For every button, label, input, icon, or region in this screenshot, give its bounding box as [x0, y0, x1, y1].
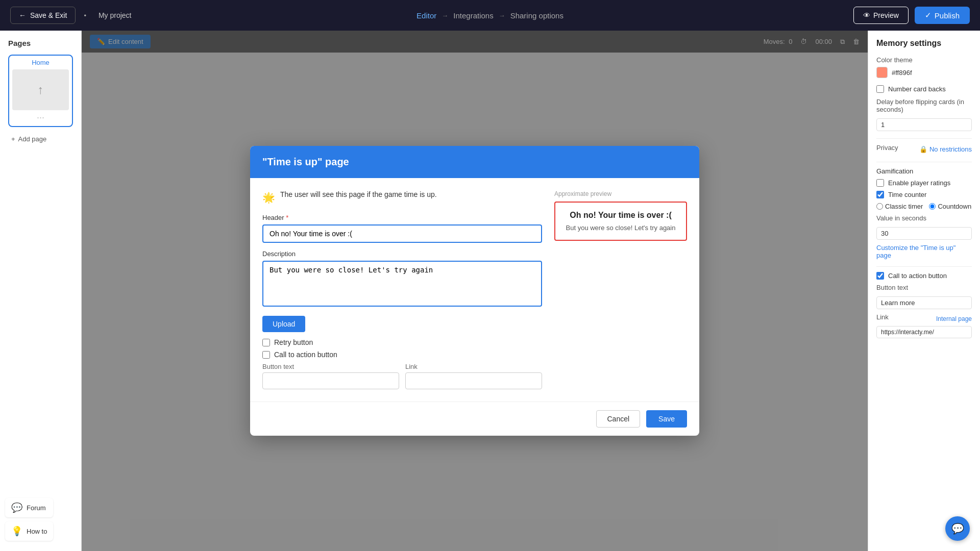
modal-left: 🌟 The user will see this page if the gam…: [262, 190, 542, 389]
link-field: Link: [405, 363, 542, 389]
call-to-action-checkbox[interactable]: [262, 351, 270, 359]
gamification-label: Gamification: [876, 167, 972, 175]
sidebar-item-forum[interactable]: 💬 Forum: [5, 498, 53, 517]
eye-icon: 👁: [863, 11, 870, 19]
preview-box: Oh no! Your time is over :( But you were…: [554, 202, 687, 241]
retry-button-checkbox[interactable]: [262, 339, 270, 346]
chat-icon: 💬: [951, 522, 964, 535]
internal-page-link[interactable]: Internal page: [936, 315, 972, 322]
time-counter-checkbox[interactable]: [876, 191, 884, 198]
modal-title: "Time is up" page: [262, 156, 349, 168]
countdown-label: Countdown: [929, 203, 971, 210]
delay-group: Delay before flipping cards (in seconds): [876, 98, 972, 131]
modal-right: Approximate preview Oh no! Your time is …: [554, 190, 687, 389]
divider-3: [876, 266, 972, 267]
right-sidebar: Memory settings Color theme #ff896f Numb…: [868, 31, 980, 551]
nav-right: 👁 Preview ✓ Publish: [853, 7, 970, 24]
button-text-field: Button text: [262, 363, 399, 389]
modal-header: "Time is up" page: [250, 146, 699, 178]
enable-ratings-row: Enable player ratings: [876, 179, 972, 187]
breadcrumb-sharing[interactable]: Sharing options: [510, 11, 564, 20]
header-input[interactable]: [262, 224, 542, 243]
color-theme-group: Color theme #ff896f: [876, 56, 972, 78]
publish-button[interactable]: ✓ Publish: [915, 7, 970, 24]
save-exit-button[interactable]: ← Save & Exit: [10, 7, 76, 24]
breadcrumb-editor[interactable]: Editor: [416, 11, 436, 20]
value-in-seconds-label: Value in seconds: [876, 214, 972, 222]
preview-label: Approximate preview: [554, 190, 687, 197]
classic-timer-radio[interactable]: [876, 203, 883, 210]
page-item-home-label: Home: [12, 59, 69, 66]
chat-button[interactable]: 💬: [945, 516, 970, 541]
info-emoji-icon: 🌟: [262, 191, 275, 204]
dot-separator: •: [84, 12, 86, 19]
center-content: ✏️ Edit content Moves: 0 ⏱ 00:00 ⧉ 🗑 "Ti…: [82, 31, 868, 551]
upload-button[interactable]: Upload: [262, 316, 305, 332]
add-page-button[interactable]: + Add page: [8, 132, 73, 146]
modal-body: 🌟 The user will see this page if the gam…: [250, 178, 699, 402]
preview-description: But you were so close! Let's try again: [564, 224, 678, 232]
cta-group: Call to action button Button text Link I…: [876, 272, 972, 338]
privacy-label: Privacy: [876, 144, 898, 152]
back-arrow-icon: ←: [19, 11, 26, 19]
cta-button-text-input[interactable]: [876, 296, 972, 309]
description-field-label: Description: [262, 250, 542, 258]
pages-title: Pages: [8, 39, 73, 47]
info-banner: 🌟 The user will see this page if the gam…: [262, 190, 542, 204]
check-icon: ✓: [925, 11, 932, 20]
required-indicator: *: [286, 214, 288, 221]
gamification-group: Gamification Enable player ratings Time …: [876, 167, 972, 259]
main-layout: Pages Home ↑ ··· + Add page 💬 Forum 💡 Ho…: [0, 31, 980, 551]
countdown-radio[interactable]: [929, 203, 936, 210]
color-value: #ff896f: [892, 69, 912, 77]
page-thumbnail-icon: ↑: [38, 83, 44, 97]
settings-title: Memory settings: [876, 39, 972, 48]
breadcrumb: Editor → Integrations → Sharing options: [416, 11, 564, 20]
modal-overlay: "Time is up" page 🌟 The user will see th…: [82, 31, 868, 551]
description-textarea[interactable]: But you were so close! Let's try again: [262, 261, 542, 307]
preview-button[interactable]: 👁 Preview: [853, 7, 909, 24]
number-card-backs-row: Number card backs: [876, 85, 972, 93]
retry-button-label: Retry button: [274, 338, 313, 346]
modal-footer: Cancel Save: [250, 402, 699, 436]
cancel-button[interactable]: Cancel: [596, 410, 640, 428]
link-field-label: Link: [405, 363, 542, 370]
cta-button-text-label: Button text: [876, 284, 972, 291]
delay-input[interactable]: [876, 118, 972, 131]
retry-button-row: Retry button: [262, 338, 542, 346]
plus-icon: +: [11, 135, 15, 143]
classic-timer-label: Classic timer: [876, 203, 923, 210]
privacy-link[interactable]: 🔒 No restrictions: [919, 145, 972, 153]
breadcrumb-integrations[interactable]: Integrations: [453, 11, 493, 20]
button-text-input[interactable]: [262, 372, 399, 389]
color-swatch[interactable]: [876, 67, 888, 78]
seconds-value-input[interactable]: [876, 227, 972, 240]
top-nav: ← Save & Exit • My project Editor → Inte…: [0, 0, 980, 31]
left-sidebar: Pages Home ↑ ··· + Add page 💬 Forum 💡 Ho…: [0, 31, 82, 551]
cta-link-row: Link Internal page: [876, 313, 972, 324]
cta-checkbox[interactable]: [876, 272, 884, 280]
button-fields: Button text Link: [262, 363, 542, 389]
number-card-backs-checkbox[interactable]: [876, 85, 884, 93]
save-button[interactable]: Save: [646, 410, 687, 428]
divider-1: [876, 138, 972, 139]
timer-type-group: Classic timer Countdown: [876, 203, 972, 210]
page-item-home[interactable]: Home ↑ ···: [8, 55, 73, 127]
color-theme-label: Color theme: [876, 56, 972, 64]
cta-link-input[interactable]: [876, 326, 972, 338]
time-is-up-modal: "Time is up" page 🌟 The user will see th…: [250, 146, 699, 436]
delay-label: Delay before flipping cards (in seconds): [876, 98, 972, 113]
enable-ratings-checkbox[interactable]: [876, 179, 884, 187]
page-thumbnail: ↑: [12, 69, 69, 110]
link-input[interactable]: [405, 372, 542, 389]
header-field-label: Header *: [262, 214, 542, 221]
cta-link-label: Link: [876, 313, 889, 321]
arrow-icon-2: →: [499, 12, 505, 19]
lock-icon: 🔒: [919, 145, 927, 153]
header-field-group: Header *: [262, 214, 542, 250]
sidebar-item-howto[interactable]: 💡 How to: [5, 521, 53, 541]
cta-checkbox-row: Call to action button: [876, 272, 972, 280]
customize-link[interactable]: Customize the "Time is up" page: [876, 244, 972, 259]
button-text-field-label: Button text: [262, 363, 399, 370]
privacy-row: Privacy 🔒 No restrictions: [876, 144, 972, 155]
